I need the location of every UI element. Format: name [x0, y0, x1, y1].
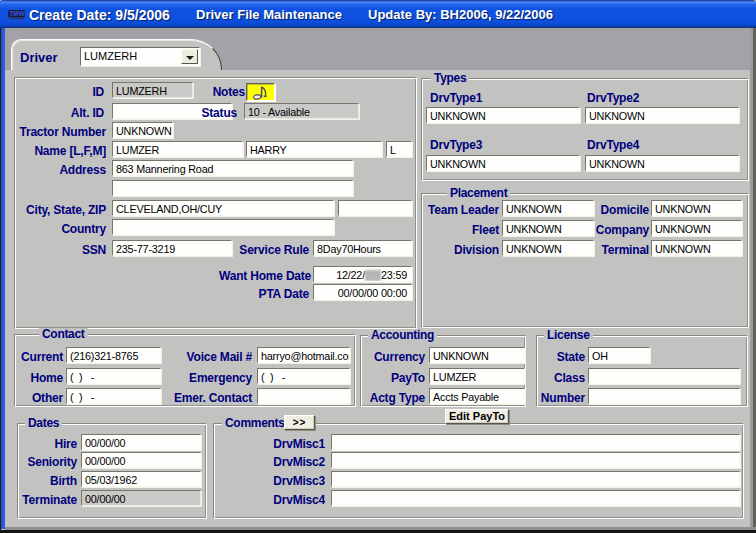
svg-text:TMW: TMW [9, 10, 24, 17]
